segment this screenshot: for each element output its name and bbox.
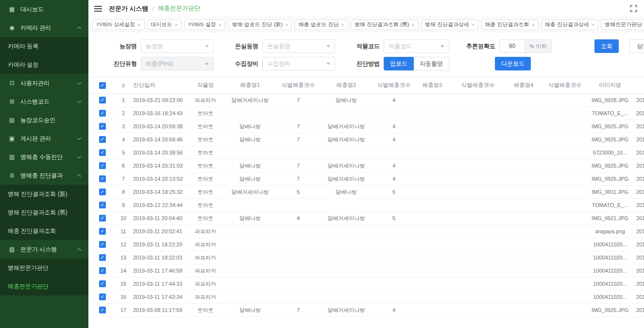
accuracy-input[interactable] — [499, 39, 525, 53]
tab-close-icon[interactable]: × — [175, 22, 178, 28]
close-button[interactable]: 닫기 — [629, 39, 644, 53]
sidebar-item-insect-expert-judgment[interactable]: 해충전문가판단 — [0, 277, 88, 295]
search-button[interactable]: 조회 — [594, 39, 619, 53]
sidebar-item-farm-code-approval[interactable]: ▤농장코드승인 — [0, 111, 88, 129]
table-row[interactable]: ✓52019-03-14 20:38:56토마토5723000_10...201 — [88, 146, 644, 159]
table-row[interactable]: ✓132019-03-11 18:22:03파프리카1000411020...2… — [88, 251, 644, 264]
table-row[interactable]: ✓42019-03-14 20:58:46토마토담배나방7담배거세미나방4IMG… — [88, 133, 644, 146]
row-checkbox[interactable]: ✓ — [99, 136, 106, 143]
sidebar-item-insect-results[interactable]: 해충 진단결과조회 — [0, 222, 88, 240]
tab-insect-result-detail[interactable]: 해충 진단결과상세× — [541, 19, 599, 30]
table-cell: 201 — [633, 294, 644, 300]
row-checkbox[interactable]: ✓ — [99, 189, 106, 195]
crop-code-placeholder: 작물코드 — [389, 42, 441, 51]
table-row[interactable]: ✓112019-03-11 20:02:41파프리카aragaya.png201 — [88, 225, 644, 238]
row-checkbox[interactable]: ✓ — [99, 215, 106, 222]
farm-name-select[interactable]: 농장명 — [141, 39, 214, 53]
farm-name-placeholder: 농장명 — [146, 42, 205, 51]
table-cell: 17 — [117, 307, 130, 313]
sidebar-item-disease-results-old[interactable]: 병해 진단결과조회 (舊) — [0, 203, 88, 222]
tab-disease-result-detail[interactable]: 병해 진단결과상세× — [421, 19, 479, 30]
table-cell: 담배거세미나방 — [318, 136, 375, 143]
tab-disease-results-old[interactable]: 병해 진단결과조회 (舊)× — [351, 19, 419, 30]
sidebar-item-pest-diagnosis-results[interactable]: ≣병해충 진단결과 — [0, 166, 88, 185]
table-cell: 토마토 — [189, 123, 221, 130]
table-row[interactable]: ✓92019-03-12 22:34:44토마토TOMATO_E_...201 — [88, 199, 644, 212]
tab-close-icon[interactable]: × — [341, 22, 344, 28]
row-checkbox[interactable]: ✓ — [99, 202, 106, 208]
row-checkbox[interactable]: ✓ — [99, 228, 106, 235]
tab-insect-upload-diagnosis[interactable]: 해충 업로드 진단× — [294, 19, 348, 30]
crop-code-select[interactable]: 작물코드 — [384, 39, 449, 53]
table-cell: 1000411020... — [587, 281, 633, 287]
row-checkbox[interactable]: ✓ — [99, 293, 106, 300]
table-cell: 담배거세미나방 — [318, 162, 375, 170]
row-checkbox[interactable]: ✓ — [99, 97, 106, 104]
table-cell: 4 — [279, 215, 318, 221]
sidebar-item-disease-results-new[interactable]: 병해 진단결과조회 (新) — [0, 185, 88, 203]
tab-close-icon[interactable]: × — [592, 22, 594, 28]
table-row[interactable]: ✓102019-03-11 20:04:40토마토담배나방4담배거세미나방5IM… — [88, 212, 644, 225]
row-checkbox[interactable]: ✓ — [99, 149, 106, 156]
device-select[interactable]: 수집장비 — [262, 57, 335, 70]
sidebar-item-system-code[interactable]: ⊞시스템코드 — [0, 92, 88, 111]
table-row[interactable]: ✓172019-03-08 11:17:59토마토담배나방7담배거세미나방4IM… — [88, 304, 644, 317]
tab-close-icon[interactable]: × — [472, 22, 475, 28]
tab-close-icon[interactable]: × — [285, 22, 288, 28]
fullscreen-icon[interactable] — [630, 5, 637, 12]
tab-close-icon[interactable]: × — [411, 22, 414, 28]
tab-close-icon[interactable]: × — [531, 22, 534, 28]
greenhouse-select[interactable]: 온실동명 — [262, 39, 335, 53]
sidebar-item-camera-management[interactable]: ◉카메라 관리 — [0, 18, 88, 37]
method-auto-button[interactable]: 자동촬영 — [414, 57, 449, 70]
table-row[interactable]: ✓142019-03-11 17:46:58파프리카1000411020...2… — [88, 264, 644, 277]
tab-dashboard[interactable]: 대시보드× — [147, 19, 182, 30]
table-row[interactable]: ✓82019-03-14 18:25:32토마토담배거세미나방5담배나방5IMG… — [88, 186, 644, 199]
table-cell: TOMATO_E_... — [587, 202, 633, 208]
row-checkbox[interactable]: ✓ — [99, 241, 106, 248]
row-checkbox[interactable]: ✓ — [99, 110, 106, 117]
table-row[interactable]: ✓12019-03-21 09:22:00파프리카담배거세미나방7담배나방4IM… — [88, 94, 644, 107]
tab-insect-results[interactable]: 해충 진단결과조회× — [481, 19, 539, 30]
sidebar-item-disease-expert-judgment[interactable]: 병해전문가판단 — [0, 259, 88, 277]
table-cell: 담배나방 — [221, 215, 279, 222]
diagnosis-type-select[interactable]: 해충(Pest) — [141, 57, 214, 70]
row-checkbox[interactable]: ✓ — [99, 162, 106, 169]
sidebar-item-expert-system[interactable]: ▧전문가 시스템 — [0, 240, 88, 259]
table-row[interactable]: ✓62019-03-14 20:31:03토마토담배나방7담배거세미나방4IMG… — [88, 159, 644, 173]
tab-disease-upload-diagnosis-new[interactable]: 병해 업로드 진단 (新)× — [228, 19, 292, 30]
select-all-checkbox[interactable]: ✓ — [99, 82, 106, 89]
download-button[interactable]: 다운로드 — [495, 57, 531, 70]
hamburger-menu-icon[interactable] — [94, 6, 102, 12]
sidebar-item-board-management[interactable]: ▣게시판 관리 — [0, 129, 88, 148]
sidebar-item-camera-register[interactable]: 카메라 등록 — [0, 37, 88, 55]
sidebar-item-pest-manual-diagnosis[interactable]: ▥병해충 수동진단 — [0, 148, 88, 166]
sidebar-item-dashboard[interactable]: ▦대시보드 — [0, 0, 88, 18]
sidebar-item-user-management[interactable]: ⊡사용자관리 — [0, 74, 88, 92]
table-row[interactable]: ✓32019-03-14 20:59:38토마토담배나방7담배거세미나방4IMG… — [88, 120, 644, 133]
row-checkbox[interactable]: ✓ — [99, 280, 106, 287]
row-checkbox[interactable]: ✓ — [99, 175, 106, 182]
table-row[interactable]: ✓162019-03-11 17:43:34파프리카1000411020...2… — [88, 291, 644, 304]
table-row[interactable]: ✓72019-03-14 20:13:53토마토담배나방7담배거세미나방4IMG… — [88, 173, 644, 186]
tab-disease-expert-judgment[interactable]: 병해전문가판단× — [601, 19, 644, 30]
row-checkbox[interactable]: ✓ — [99, 307, 106, 313]
table-cell: 파프리카 — [189, 293, 221, 301]
table-cell: 7 — [279, 123, 318, 129]
table-row[interactable]: ✓152019-03-11 17:44:33파프리카1000411020...2… — [88, 277, 644, 291]
table-cell: IMG_9928.JPG — [587, 97, 633, 103]
row-checkbox[interactable]: ✓ — [99, 254, 106, 261]
table-row[interactable]: ✓122019-03-11 18:22:20파프리카1000411020...2… — [88, 238, 644, 251]
table-cell: 2019-03-16 18:24:43 — [130, 110, 189, 116]
tab-camera-detail-settings[interactable]: 카메라 상세설정× — [92, 19, 145, 30]
row-checkbox[interactable]: ✓ — [99, 267, 106, 274]
sidebar-item-camera-settings[interactable]: 카메라 설정 — [0, 55, 88, 74]
row-checkbox[interactable]: ✓ — [99, 123, 106, 130]
table-row[interactable]: ✓22019-03-16 18:24:43토마토TOMATO_E_...201 — [88, 107, 644, 120]
chevron-down-icon — [326, 45, 330, 48]
table-cell: 토마토 — [189, 136, 221, 143]
tab-close-icon[interactable]: × — [219, 22, 221, 28]
tab-camera-settings[interactable]: 카메라 설정× — [184, 19, 226, 30]
method-upload-button[interactable]: 업로드 — [384, 57, 414, 70]
tab-close-icon[interactable]: × — [137, 22, 140, 28]
